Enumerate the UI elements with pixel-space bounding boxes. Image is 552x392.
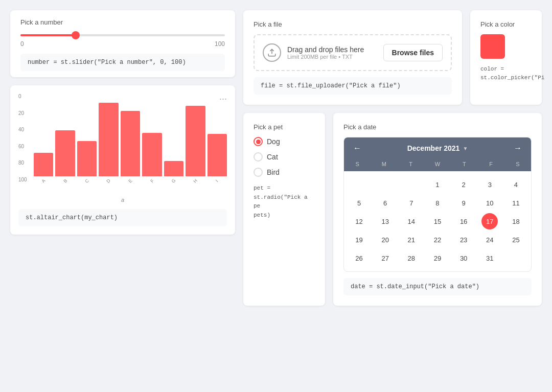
calendar-grid: 1234567891011121314151617181920212223242… xyxy=(344,171,531,271)
calendar-next-button[interactable]: → xyxy=(511,143,525,154)
bar-group: B xyxy=(55,130,75,183)
calendar-weekday: T xyxy=(398,161,424,167)
calendar-weekday: S xyxy=(504,161,531,167)
x-axis-label: a xyxy=(18,197,227,203)
chart-card: ··· 100 80 60 40 20 0 ABCDEFGHI a st.alt… xyxy=(10,85,235,235)
bar xyxy=(208,134,227,176)
calendar-day[interactable]: 9 xyxy=(455,195,472,211)
radio-item[interactable]: Cat xyxy=(254,152,315,162)
calendar-dropdown-icon[interactable]: ▼ xyxy=(463,146,468,151)
right-top-row: Pick a file Drag and drop files here Lim… xyxy=(243,10,542,105)
calendar-weekday: T xyxy=(451,161,477,167)
calendar-day[interactable]: 24 xyxy=(481,232,498,248)
color-code-line2: st.color_picker("Pi xyxy=(480,75,544,81)
bar-group: D xyxy=(99,103,118,183)
calendar-day[interactable]: 16 xyxy=(455,213,472,229)
calendar-day[interactable]: 2 xyxy=(455,176,472,193)
bar-group: C xyxy=(77,141,97,183)
file-limit-text: Limit 200MB per file • TXT xyxy=(287,54,377,60)
calendar-prev-button[interactable]: ← xyxy=(350,143,364,154)
calendar-day[interactable]: 15 xyxy=(429,213,446,229)
calendar-day[interactable]: 5 xyxy=(351,195,367,211)
radio-option-label: Bird xyxy=(267,168,280,176)
pet-code-line2: st.radio("Pick a pe xyxy=(254,194,308,210)
calendar-day[interactable]: 27 xyxy=(377,250,394,266)
slider-track[interactable] xyxy=(20,34,225,36)
calendar-day[interactable]: 4 xyxy=(508,176,524,193)
calendar-day[interactable]: 22 xyxy=(429,232,446,248)
pet-code-line3: pets) xyxy=(254,212,270,218)
calendar-day[interactable]: 3 xyxy=(481,176,498,193)
calendar-day[interactable]: 6 xyxy=(377,195,394,211)
calendar-month-year-text: December 2021 xyxy=(407,144,460,152)
calendar-day[interactable]: 23 xyxy=(455,232,472,248)
bar xyxy=(34,153,53,176)
calendar-header: ← December 2021 ▼ → xyxy=(344,137,531,159)
radio-option-label: Dog xyxy=(267,137,280,146)
calendar-weekday: F xyxy=(477,161,504,167)
right-bottom-row: Pick a pet DogCatBird pet = st.radio("Pi… xyxy=(243,113,542,306)
bar-x-label: F xyxy=(149,178,155,184)
radio-circle xyxy=(254,168,263,177)
bar xyxy=(142,133,162,176)
bar xyxy=(164,161,183,176)
radio-option-label: Cat xyxy=(267,153,278,161)
calendar-day[interactable]: 14 xyxy=(403,213,420,229)
pet-radio-label: Pick a pet xyxy=(254,123,315,131)
slider-label: Pick a number xyxy=(20,18,225,26)
bar-x-label: B xyxy=(62,178,68,183)
calendar-day[interactable]: 26 xyxy=(351,250,367,266)
calendar-day[interactable]: 25 xyxy=(508,232,524,248)
radio-item[interactable]: Dog xyxy=(254,137,315,146)
slider-code: number = st.slider("Pick a number", 0, 1… xyxy=(20,54,225,71)
bar xyxy=(99,103,118,176)
bar-group: I xyxy=(208,134,227,183)
calendar-weekdays: SMTWTFS xyxy=(344,159,531,171)
pet-code-line1: pet = xyxy=(254,185,270,191)
slider-thumb[interactable] xyxy=(72,31,80,39)
calendar-day[interactable]: 18 xyxy=(508,213,524,229)
bar xyxy=(186,106,205,176)
bar xyxy=(55,130,75,176)
calendar-day[interactable]: 31 xyxy=(481,250,498,266)
radio-group: DogCatBird xyxy=(254,137,315,177)
calendar-day[interactable]: 1 xyxy=(429,176,446,193)
calendar-day[interactable]: 28 xyxy=(403,250,420,266)
calendar-day[interactable]: 17 xyxy=(481,213,498,229)
bar-x-label: C xyxy=(84,178,90,184)
calendar-wrapper: ← December 2021 ▼ → SMTWTFS 123456789101… xyxy=(343,137,532,272)
calendar-code: date = st.date_input("Pick a date") xyxy=(343,278,532,295)
calendar-day[interactable]: 11 xyxy=(508,195,524,211)
radio-dot xyxy=(256,140,261,144)
calendar-day[interactable]: 13 xyxy=(377,213,394,229)
calendar-day[interactable]: 19 xyxy=(351,232,367,248)
calendar-day[interactable]: 30 xyxy=(455,250,472,266)
radio-circle xyxy=(254,137,263,146)
calendar-day[interactable]: 7 xyxy=(403,195,420,211)
browse-files-button[interactable]: Browse files xyxy=(383,44,443,61)
slider-card: Pick a number 0 100 number = st.slider("… xyxy=(10,10,235,77)
y-axis: 100 80 60 40 20 0 xyxy=(18,94,27,183)
radio-circle xyxy=(254,152,263,162)
calendar-day[interactable]: 12 xyxy=(351,213,367,229)
radio-item[interactable]: Bird xyxy=(254,168,315,177)
color-swatch[interactable] xyxy=(480,34,505,59)
slider-max: 100 xyxy=(215,40,225,48)
bar-group: H xyxy=(186,106,205,183)
file-drag-text: Drag and drop files here xyxy=(287,45,377,54)
calendar-day[interactable]: 10 xyxy=(481,195,498,211)
slider-fill xyxy=(20,34,76,36)
calendar-day[interactable]: 8 xyxy=(429,195,446,211)
calendar-day[interactable]: 20 xyxy=(377,232,394,248)
file-uploader-card: Pick a file Drag and drop files here Lim… xyxy=(243,10,462,105)
bar-x-label: H xyxy=(192,178,198,184)
bar xyxy=(77,141,97,176)
bar xyxy=(121,111,140,176)
color-code-line1: color = xyxy=(480,66,504,72)
file-drop-area[interactable]: Drag and drop files here Limit 200MB per… xyxy=(254,34,452,71)
calendar-day[interactable]: 21 xyxy=(403,232,420,248)
bar-x-label: D xyxy=(106,178,112,184)
color-picker-label: Pick a color xyxy=(480,20,532,28)
calendar-day[interactable]: 29 xyxy=(429,250,446,266)
slider-min: 0 xyxy=(20,40,24,48)
